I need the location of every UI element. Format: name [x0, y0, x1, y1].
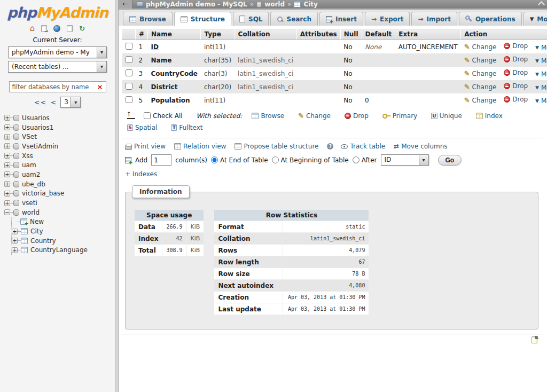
phpmyadmin-logo[interactable]: phpMyAdmin [0, 4, 115, 21]
sidebar-resize-handle[interactable] [115, 0, 119, 392]
collapse-top-icon[interactable] [539, 0, 544, 9]
selected-spatial-link[interactable]: SSpatial [127, 124, 157, 131]
mysql-docs-icon[interactable] [67, 25, 73, 32]
selected-primary-link[interactable]: Primary [382, 112, 417, 120]
sidebar-item-countrylanguage[interactable]: + CountryLanguage [12, 246, 115, 255]
change-link[interactable]: ✎Change [464, 83, 497, 91]
relation-view-link[interactable]: Relation view [174, 143, 226, 150]
drop-link[interactable]: Drop [504, 69, 528, 76]
tab-insert[interactable]: Insert [319, 12, 363, 26]
change-link[interactable]: ✎Change [464, 56, 497, 64]
go-button[interactable]: Go [438, 155, 462, 166]
page-fast-back-link[interactable]: << [34, 98, 47, 106]
sidebar-item-city[interactable]: + City [12, 226, 115, 236]
breadcrumb-server[interactable]: phpMyAdmin demo - MySQL [146, 1, 247, 8]
track-table-link[interactable]: Track table [341, 143, 385, 150]
move-columns-link[interactable]: ⇄Move columns [394, 143, 447, 150]
page-back-link[interactable]: < [50, 98, 57, 106]
selected-browse-link[interactable]: Browse [252, 112, 284, 120]
sidebar-item-victoria-base[interactable]: + victoria_base [4, 189, 115, 199]
drop-link[interactable]: Drop [504, 96, 528, 103]
change-link[interactable]: ✎Change [464, 69, 497, 77]
recent-tables-select[interactable]: (Recent tables) ... [8, 61, 107, 73]
expand-icon[interactable]: + [12, 238, 18, 244]
drop-link[interactable]: Drop [504, 82, 528, 90]
more-link[interactable]: ▼More [535, 84, 547, 91]
sidebar-item-vseti[interactable]: + vseti [4, 198, 115, 208]
tab-browse[interactable]: Browse [123, 12, 173, 26]
option-at-end[interactable]: At End of Table [211, 156, 268, 164]
check-all[interactable]: Check All [144, 112, 183, 120]
tab-export[interactable]: → Export [365, 12, 410, 26]
option-at-beginning[interactable]: At Beginning of Table [272, 156, 349, 164]
expand-icon[interactable]: + [4, 191, 10, 197]
add-column-count-input[interactable] [151, 154, 171, 166]
sidebar-item-new-table[interactable]: New [17, 217, 115, 227]
phpmyadmin-docs-icon[interactable] [53, 25, 60, 32]
expand-icon[interactable]: + [4, 134, 10, 140]
tab-sql[interactable]: SQL [233, 12, 269, 26]
more-link[interactable]: ▼More [535, 44, 547, 51]
expand-icon[interactable]: + [4, 153, 10, 159]
home-icon[interactable]: ⌂ [30, 25, 35, 32]
sidebar-item-ube-db[interactable]: + ube_db [4, 179, 115, 189]
more-link[interactable]: ▼More [535, 70, 547, 78]
more-link[interactable]: ▼More [535, 97, 547, 105]
drop-link[interactable]: Drop [504, 56, 528, 63]
tab-more[interactable]: ▼ More [523, 12, 547, 26]
clear-filter-icon[interactable]: × [97, 83, 103, 91]
more-link[interactable]: ▼More [535, 57, 547, 65]
propose-table-structure-link[interactable]: Propose table structure [235, 143, 318, 150]
option-after[interactable]: After [353, 156, 377, 164]
sidebar-item-vset[interactable]: + VSet [4, 132, 115, 142]
sidebar-item-country[interactable]: + Country [12, 236, 115, 246]
expand-icon[interactable]: + [4, 171, 10, 177]
drop-link[interactable]: Drop [504, 42, 528, 50]
breadcrumb-database[interactable]: world [264, 1, 285, 8]
tab-search[interactable]: Search [270, 12, 317, 26]
sidebar-item-world[interactable]: − world [4, 208, 115, 217]
sidebar-item-uam2[interactable]: + uam2 [4, 170, 115, 179]
after-radio[interactable] [353, 156, 360, 163]
expand-icon[interactable]: + [4, 115, 10, 121]
collapse-icon[interactable]: − [4, 209, 10, 215]
sidebar-item-vsetiadmin[interactable]: + VsetiAdmin [4, 142, 115, 151]
breadcrumb-table[interactable]: City [303, 1, 317, 8]
at-end-radio[interactable] [211, 156, 218, 163]
server-select[interactable]: phpMyAdmin demo - My [8, 46, 107, 58]
row-checkbox[interactable] [126, 56, 132, 63]
tab-structure[interactable]: Structure [174, 12, 231, 26]
indexes-toggle-link[interactable]: + Indexes [125, 170, 157, 178]
expand-icon[interactable]: + [12, 229, 18, 234]
row-checkbox[interactable] [126, 96, 132, 103]
at-beginning-radio[interactable] [272, 156, 279, 163]
sidebar-item-usuarios[interactable]: + Usuarios [4, 113, 115, 123]
change-link[interactable]: ✎Change [464, 96, 497, 104]
back-button[interactable]: ← [119, 0, 132, 9]
help-icon[interactable]: ? [327, 143, 333, 150]
reload-navigation-icon[interactable]: ↻ [79, 25, 85, 32]
sidebar-item-uam[interactable]: + uam [4, 160, 115, 170]
page-number-select[interactable]: 3 [60, 97, 81, 108]
expand-icon[interactable]: + [4, 143, 10, 149]
row-checkbox[interactable] [126, 69, 132, 76]
change-link[interactable]: ✎Change [464, 43, 497, 51]
filter-databases-input[interactable] [12, 83, 92, 91]
expand-icon[interactable]: + [4, 162, 10, 168]
check-all-checkbox[interactable] [144, 112, 151, 119]
selected-unique-link[interactable]: UUnique [431, 112, 462, 120]
selected-index-link[interactable]: Index [476, 112, 503, 120]
expand-icon[interactable]: + [4, 200, 10, 206]
expand-icon[interactable]: + [12, 247, 18, 253]
after-column-select[interactable]: ID [381, 154, 429, 166]
expand-icon[interactable]: + [4, 124, 10, 130]
selected-change-link[interactable]: ✎Change [298, 112, 331, 120]
expand-icon[interactable]: + [4, 181, 10, 187]
row-checkbox[interactable] [126, 43, 132, 50]
tab-import[interactable]: → Import [411, 12, 457, 26]
row-checkbox[interactable] [126, 83, 132, 90]
open-new-window-icon[interactable]: ≡ [532, 336, 537, 343]
selected-fulltext-link[interactable]: TFulltext [171, 124, 202, 131]
selected-drop-link[interactable]: Drop [345, 112, 369, 120]
sidebar-item-usuarios1[interactable]: + Usuarios1 [4, 123, 115, 132]
